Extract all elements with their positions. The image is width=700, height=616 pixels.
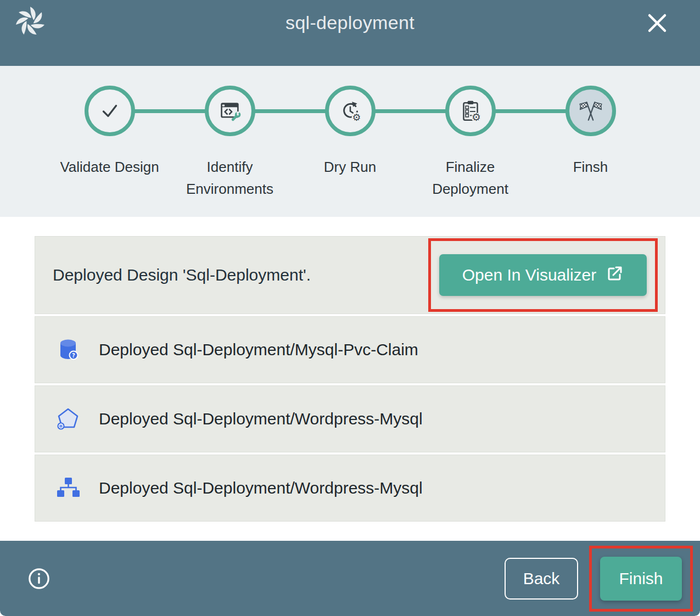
step-label: Validate Design [60, 156, 159, 178]
close-icon [645, 29, 669, 37]
deployed-resource-row: Deployed Sql-Deployment/Wordpress-Mysql [35, 455, 665, 522]
checklist-gear-icon: ⚙ [445, 86, 496, 136]
hierarchy-icon [55, 475, 81, 501]
svg-text:⚙: ⚙ [352, 112, 361, 123]
annotation-box-finish: Finish [589, 546, 693, 612]
database-icon: ? [55, 337, 81, 363]
step-dry-run: ⚙ Dry Run [290, 86, 410, 200]
step-label: Finalize Deployment [411, 156, 529, 200]
step-validate-design: Validate Design [49, 86, 170, 200]
modal-header: sql-deployment [0, 0, 700, 66]
close-button[interactable] [645, 11, 669, 35]
modal-title: sql-deployment [0, 12, 700, 33]
code-config-icon [205, 86, 255, 136]
step-label: Identify Environments [171, 156, 289, 200]
step-label: Finsh [573, 156, 608, 178]
svg-text:⚙: ⚙ [472, 111, 481, 123]
external-link-icon [606, 265, 624, 286]
dry-run-icon: ⚙ [325, 86, 376, 136]
check-icon [85, 86, 135, 136]
step-identify-environments: Identify Environments [170, 86, 290, 200]
deployed-resource-text: Deployed Sql-Deployment/Wordpress-Mysql [99, 410, 423, 428]
step-label: Dry Run [324, 156, 376, 178]
deployed-resource-row: ? Deployed Sql-Deployment/Mysql-Pvc-Clai… [35, 316, 665, 383]
open-in-visualizer-button[interactable]: Open In Visualizer [439, 254, 647, 296]
info-button[interactable] [27, 567, 51, 590]
pod-icon [55, 406, 81, 432]
finish-flags-icon [565, 86, 616, 136]
svg-text:?: ? [72, 352, 75, 359]
back-button[interactable]: Back [505, 558, 578, 600]
deployed-resource-text: Deployed Sql-Deployment/Wordpress-Mysql [99, 479, 423, 497]
deployed-resource-text: Deployed Sql-Deployment/Mysql-Pvc-Claim [99, 340, 418, 359]
modal-footer: Back Finish [0, 541, 700, 616]
step-finalize-deployment: ⚙ Finalize Deployment [410, 86, 530, 200]
sql-deployment-modal: sql-deployment Validate Design [0, 0, 700, 616]
deployment-stepper: Validate Design Iden [0, 66, 700, 217]
deployment-message-row: Deployed Design 'Sql-Deployment'. Open I… [35, 236, 665, 314]
deployment-message: Deployed Design 'Sql-Deployment'. [53, 266, 311, 284]
deployment-results: Deployed Design 'Sql-Deployment'. Open I… [0, 217, 700, 541]
deployed-resource-row: Deployed Sql-Deployment/Wordpress-Mysql [35, 385, 665, 452]
finish-button[interactable]: Finish [600, 557, 682, 601]
step-finish: Finsh [530, 86, 651, 200]
info-icon [27, 584, 51, 592]
annotation-box-visualizer: Open In Visualizer [428, 238, 658, 312]
open-in-visualizer-label: Open In Visualizer [462, 266, 597, 284]
